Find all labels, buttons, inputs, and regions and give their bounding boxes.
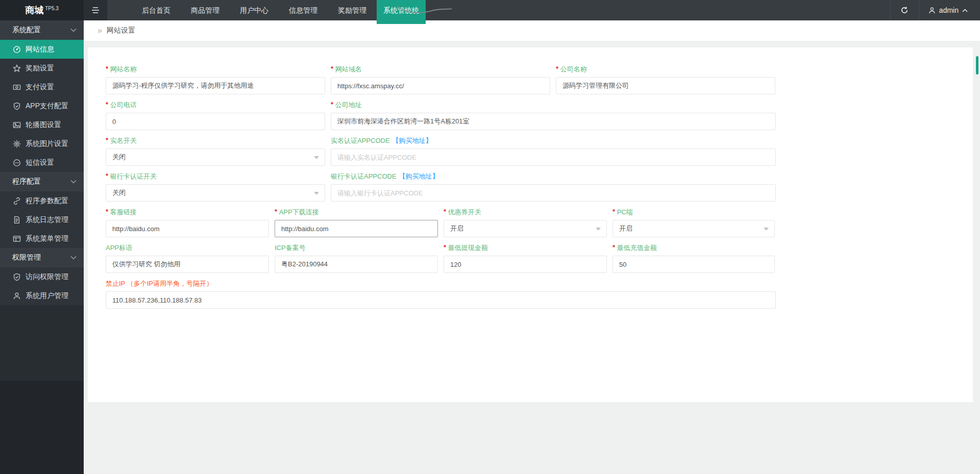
min-recharge-input[interactable] xyxy=(612,256,775,273)
field-app-slogan: APP标语 xyxy=(106,244,269,273)
section-label: 程序配置 xyxy=(12,177,41,186)
chevron-down-icon xyxy=(764,228,769,233)
buy-link[interactable]: 【购买地址】 xyxy=(399,172,439,180)
form-row-6: APP标语 ICP备案号 最低提现金额 最低充值金额 xyxy=(106,244,973,273)
sidebar-item-system-logs[interactable]: 系统日志管理 xyxy=(0,210,84,229)
sidebar: 系统配置 网站信息 奖励设置 支付设置 APP支付配置 轮播图设置 系统图片设置… xyxy=(0,20,84,474)
nav-item-system-active[interactable]: 系统管统统 xyxy=(377,0,426,24)
settings-form-card: 网站名称 网站域名 公司名称 公司电话 公司地址 xyxy=(88,47,973,402)
realname-switch-select[interactable]: 关闭 xyxy=(106,148,325,166)
app-download-input[interactable] xyxy=(275,220,438,237)
sidebar-item-system-users[interactable]: 系统用户管理 xyxy=(0,286,84,305)
field-site-name: 网站名称 xyxy=(106,65,325,94)
page-title: 网站设置 xyxy=(107,26,135,35)
form-row-1: 网站名称 网站域名 公司名称 xyxy=(106,65,973,94)
service-link-input[interactable] xyxy=(106,220,269,237)
nav-item-users[interactable]: 用户中心 xyxy=(230,0,279,20)
app-title: 商城 xyxy=(25,4,43,16)
sidebar-item-site-info[interactable]: 网站信息 xyxy=(0,40,84,59)
user-icon xyxy=(12,292,21,300)
field-company-name: 公司名称 xyxy=(556,65,775,94)
sidebar-item-payment-settings[interactable]: 支付设置 xyxy=(0,78,84,96)
field-label: 银行卡认证APPCODE【购买地址】 xyxy=(331,172,776,181)
sidebar-item-label: 短信设置 xyxy=(26,158,54,167)
site-domain-input[interactable] xyxy=(331,77,550,94)
field-pc-switch: PC端 开启 xyxy=(612,208,775,237)
menu-toggle-button[interactable] xyxy=(84,0,107,20)
field-app-download: APP下载连接 xyxy=(275,208,438,237)
sidebar-item-system-menu[interactable]: 系统菜单管理 xyxy=(0,229,84,248)
field-label: 实名认证APPCODE【购买地址】 xyxy=(331,137,776,145)
bankcard-appcode-input[interactable] xyxy=(331,184,776,202)
form-row-7: 禁止IP （多个IP请用半角，号隔开） xyxy=(106,280,973,309)
form-row-4: 银行卡认证开关 关闭 银行卡认证APPCODE【购买地址】 xyxy=(106,172,973,202)
sidebar-section-system-config[interactable]: 系统配置 xyxy=(0,20,84,40)
nav-item-label: 系统管统统 xyxy=(383,6,419,14)
sidebar-section-permission[interactable]: 权限管理 xyxy=(0,248,84,267)
site-name-input[interactable] xyxy=(106,77,325,94)
icp-number-input[interactable] xyxy=(275,256,438,273)
pc-switch-select[interactable]: 开启 xyxy=(612,220,775,237)
sidebar-item-label: 奖励设置 xyxy=(26,64,54,73)
field-label: APP标语 xyxy=(106,244,269,252)
sidebar-item-system-image-settings[interactable]: 系统图片设置 xyxy=(0,134,84,153)
breadcrumb: » 网站设置 xyxy=(84,20,980,41)
sidebar-item-label: 系统用户管理 xyxy=(26,291,68,301)
sidebar-section-program-config[interactable]: 程序配置 xyxy=(0,172,84,191)
sidebar-item-app-payment-config[interactable]: APP支付配置 xyxy=(0,96,84,115)
link-icon xyxy=(12,197,21,205)
field-icp-number: ICP备案号 xyxy=(275,244,438,273)
chevron-down-icon xyxy=(70,28,77,32)
nav-item-goods[interactable]: 商品管理 xyxy=(181,0,230,20)
chevron-down-icon xyxy=(70,180,77,184)
sidebar-item-program-params[interactable]: 程序参数配置 xyxy=(0,191,84,210)
company-name-input[interactable] xyxy=(556,77,775,94)
scrollbar-thumb[interactable] xyxy=(976,56,978,74)
field-label: 网站域名 xyxy=(331,65,550,73)
top-nav: 后台首页 商品管理 用户中心 信息管理 奖励管理 系统管统统 xyxy=(132,0,426,20)
sidebar-item-label: 系统图片设置 xyxy=(26,139,68,148)
select-value: 关闭 xyxy=(112,153,126,161)
app-slogan-input[interactable] xyxy=(106,256,269,273)
nav-item-info[interactable]: 信息管理 xyxy=(279,0,328,20)
company-phone-input[interactable] xyxy=(106,113,325,130)
refresh-button[interactable] xyxy=(890,0,919,20)
min-withdraw-input[interactable] xyxy=(444,256,607,273)
form-row-2: 公司电话 公司地址 xyxy=(106,101,973,130)
form-row-5: 客服链接 APP下载连接 优惠券开关 开启 PC端 开启 xyxy=(106,208,973,237)
field-site-domain: 网站域名 xyxy=(331,65,550,94)
buy-link[interactable]: 【购买地址】 xyxy=(393,137,432,144)
chevron-down-icon xyxy=(596,228,601,233)
field-bankcard-switch: 银行卡认证开关 关闭 xyxy=(106,172,325,202)
image-icon xyxy=(12,121,21,129)
sidebar-item-label: 访问权限管理 xyxy=(26,272,68,282)
field-label: 银行卡认证开关 xyxy=(106,172,325,181)
field-label: 最低提现金额 xyxy=(444,244,607,252)
nav-item-home[interactable]: 后台首页 xyxy=(132,0,181,20)
field-label: ICP备案号 xyxy=(275,244,438,252)
company-address-input[interactable] xyxy=(331,113,776,130)
forbidden-ip-input[interactable] xyxy=(106,291,776,309)
app-logo: 商城TP5.3 xyxy=(0,0,84,20)
nav-item-reward[interactable]: 奖励管理 xyxy=(328,0,377,20)
field-label: 优惠券开关 xyxy=(444,208,607,216)
bankcard-switch-select[interactable]: 关闭 xyxy=(106,184,325,202)
realname-appcode-input[interactable] xyxy=(331,148,776,166)
label-note: （多个IP请用半角，号隔开） xyxy=(127,280,213,287)
coupon-switch-select[interactable]: 开启 xyxy=(444,220,607,237)
field-label: 实名开关 xyxy=(106,137,325,145)
sidebar-item-access-permission[interactable]: 访问权限管理 xyxy=(0,267,84,286)
file-text-icon xyxy=(12,216,21,224)
sidebar-item-carousel-settings[interactable]: 轮播图设置 xyxy=(0,115,84,134)
main-content: 网站名称 网站域名 公司名称 公司电话 公司地址 xyxy=(84,41,980,474)
dashboard-icon xyxy=(12,45,21,54)
sidebar-item-sms-settings[interactable]: 短信设置 xyxy=(0,153,84,172)
field-label: 公司名称 xyxy=(556,65,775,73)
sidebar-item-reward-settings[interactable]: 奖励设置 xyxy=(0,59,84,78)
field-service-link: 客服链接 xyxy=(106,208,269,237)
field-company-address: 公司地址 xyxy=(331,101,776,130)
field-label: 禁止IP （多个IP请用半角，号隔开） xyxy=(106,280,776,288)
field-realname-appcode: 实名认证APPCODE【购买地址】 xyxy=(331,137,776,166)
user-menu[interactable]: admin xyxy=(919,0,980,20)
field-label: 网站名称 xyxy=(106,65,325,73)
